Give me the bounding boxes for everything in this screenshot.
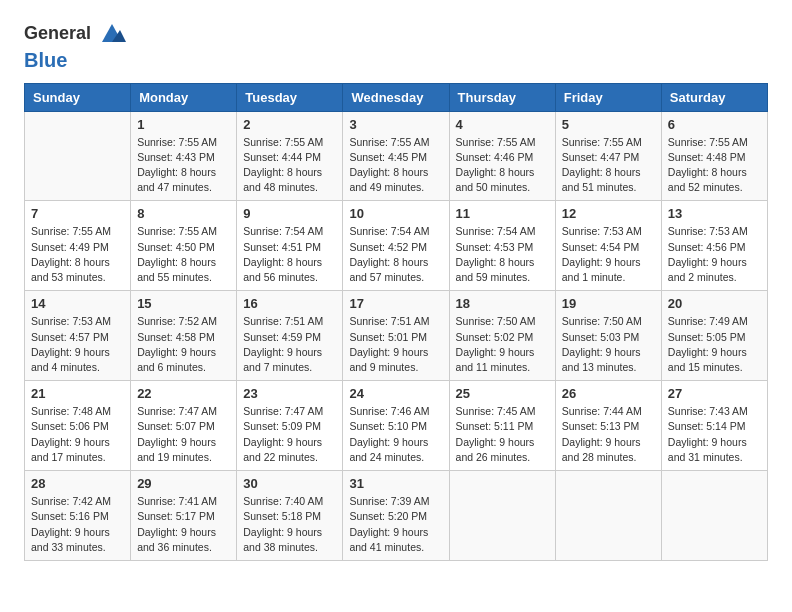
logo-line2: Blue	[24, 49, 67, 71]
day-content: Sunrise: 7:47 AM Sunset: 5:07 PM Dayligh…	[137, 404, 230, 465]
day-number: 12	[562, 206, 655, 221]
calendar-cell	[555, 471, 661, 561]
day-number: 22	[137, 386, 230, 401]
day-number: 26	[562, 386, 655, 401]
calendar-cell: 2Sunrise: 7:55 AM Sunset: 4:44 PM Daylig…	[237, 111, 343, 201]
calendar-cell: 4Sunrise: 7:55 AM Sunset: 4:46 PM Daylig…	[449, 111, 555, 201]
day-content: Sunrise: 7:43 AM Sunset: 5:14 PM Dayligh…	[668, 404, 761, 465]
calendar-cell	[25, 111, 131, 201]
calendar-cell: 6Sunrise: 7:55 AM Sunset: 4:48 PM Daylig…	[661, 111, 767, 201]
day-number: 29	[137, 476, 230, 491]
day-content: Sunrise: 7:54 AM Sunset: 4:51 PM Dayligh…	[243, 224, 336, 285]
day-content: Sunrise: 7:55 AM Sunset: 4:43 PM Dayligh…	[137, 135, 230, 196]
calendar-cell: 7Sunrise: 7:55 AM Sunset: 4:49 PM Daylig…	[25, 201, 131, 291]
day-content: Sunrise: 7:54 AM Sunset: 4:53 PM Dayligh…	[456, 224, 549, 285]
day-number: 2	[243, 117, 336, 132]
day-content: Sunrise: 7:45 AM Sunset: 5:11 PM Dayligh…	[456, 404, 549, 465]
day-number: 3	[349, 117, 442, 132]
day-content: Sunrise: 7:41 AM Sunset: 5:17 PM Dayligh…	[137, 494, 230, 555]
calendar-cell: 22Sunrise: 7:47 AM Sunset: 5:07 PM Dayli…	[131, 381, 237, 471]
day-number: 25	[456, 386, 549, 401]
calendar-cell: 14Sunrise: 7:53 AM Sunset: 4:57 PM Dayli…	[25, 291, 131, 381]
day-content: Sunrise: 7:55 AM Sunset: 4:49 PM Dayligh…	[31, 224, 124, 285]
day-content: Sunrise: 7:52 AM Sunset: 4:58 PM Dayligh…	[137, 314, 230, 375]
day-number: 10	[349, 206, 442, 221]
day-number: 19	[562, 296, 655, 311]
day-number: 27	[668, 386, 761, 401]
day-content: Sunrise: 7:51 AM Sunset: 5:01 PM Dayligh…	[349, 314, 442, 375]
calendar-week-4: 21Sunrise: 7:48 AM Sunset: 5:06 PM Dayli…	[25, 381, 768, 471]
header-friday: Friday	[555, 83, 661, 111]
day-number: 9	[243, 206, 336, 221]
calendar-cell	[449, 471, 555, 561]
day-content: Sunrise: 7:50 AM Sunset: 5:02 PM Dayligh…	[456, 314, 549, 375]
calendar-cell: 3Sunrise: 7:55 AM Sunset: 4:45 PM Daylig…	[343, 111, 449, 201]
day-content: Sunrise: 7:55 AM Sunset: 4:50 PM Dayligh…	[137, 224, 230, 285]
calendar-cell: 24Sunrise: 7:46 AM Sunset: 5:10 PM Dayli…	[343, 381, 449, 471]
day-content: Sunrise: 7:54 AM Sunset: 4:52 PM Dayligh…	[349, 224, 442, 285]
day-content: Sunrise: 7:48 AM Sunset: 5:06 PM Dayligh…	[31, 404, 124, 465]
day-number: 20	[668, 296, 761, 311]
day-content: Sunrise: 7:40 AM Sunset: 5:18 PM Dayligh…	[243, 494, 336, 555]
day-content: Sunrise: 7:49 AM Sunset: 5:05 PM Dayligh…	[668, 314, 761, 375]
calendar-week-5: 28Sunrise: 7:42 AM Sunset: 5:16 PM Dayli…	[25, 471, 768, 561]
calendar-cell: 18Sunrise: 7:50 AM Sunset: 5:02 PM Dayli…	[449, 291, 555, 381]
day-content: Sunrise: 7:51 AM Sunset: 4:59 PM Dayligh…	[243, 314, 336, 375]
calendar-cell: 26Sunrise: 7:44 AM Sunset: 5:13 PM Dayli…	[555, 381, 661, 471]
calendar-cell: 13Sunrise: 7:53 AM Sunset: 4:56 PM Dayli…	[661, 201, 767, 291]
calendar-cell: 8Sunrise: 7:55 AM Sunset: 4:50 PM Daylig…	[131, 201, 237, 291]
header-wednesday: Wednesday	[343, 83, 449, 111]
calendar-cell: 28Sunrise: 7:42 AM Sunset: 5:16 PM Dayli…	[25, 471, 131, 561]
day-number: 21	[31, 386, 124, 401]
day-content: Sunrise: 7:55 AM Sunset: 4:45 PM Dayligh…	[349, 135, 442, 196]
day-number: 30	[243, 476, 336, 491]
day-content: Sunrise: 7:50 AM Sunset: 5:03 PM Dayligh…	[562, 314, 655, 375]
calendar-header-row: SundayMondayTuesdayWednesdayThursdayFrid…	[25, 83, 768, 111]
calendar-cell	[661, 471, 767, 561]
day-content: Sunrise: 7:55 AM Sunset: 4:44 PM Dayligh…	[243, 135, 336, 196]
day-number: 16	[243, 296, 336, 311]
calendar-cell: 29Sunrise: 7:41 AM Sunset: 5:17 PM Dayli…	[131, 471, 237, 561]
day-number: 4	[456, 117, 549, 132]
day-number: 23	[243, 386, 336, 401]
day-content: Sunrise: 7:55 AM Sunset: 4:48 PM Dayligh…	[668, 135, 761, 196]
day-number: 14	[31, 296, 124, 311]
calendar-cell: 10Sunrise: 7:54 AM Sunset: 4:52 PM Dayli…	[343, 201, 449, 291]
day-number: 15	[137, 296, 230, 311]
day-number: 1	[137, 117, 230, 132]
calendar-week-2: 7Sunrise: 7:55 AM Sunset: 4:49 PM Daylig…	[25, 201, 768, 291]
calendar-cell: 30Sunrise: 7:40 AM Sunset: 5:18 PM Dayli…	[237, 471, 343, 561]
day-content: Sunrise: 7:53 AM Sunset: 4:57 PM Dayligh…	[31, 314, 124, 375]
day-content: Sunrise: 7:39 AM Sunset: 5:20 PM Dayligh…	[349, 494, 442, 555]
day-content: Sunrise: 7:53 AM Sunset: 4:54 PM Dayligh…	[562, 224, 655, 285]
calendar-cell: 1Sunrise: 7:55 AM Sunset: 4:43 PM Daylig…	[131, 111, 237, 201]
calendar-cell: 5Sunrise: 7:55 AM Sunset: 4:47 PM Daylig…	[555, 111, 661, 201]
calendar-cell: 21Sunrise: 7:48 AM Sunset: 5:06 PM Dayli…	[25, 381, 131, 471]
calendar-cell: 15Sunrise: 7:52 AM Sunset: 4:58 PM Dayli…	[131, 291, 237, 381]
logo: General Blue	[24, 20, 126, 73]
calendar-cell: 19Sunrise: 7:50 AM Sunset: 5:03 PM Dayli…	[555, 291, 661, 381]
day-content: Sunrise: 7:44 AM Sunset: 5:13 PM Dayligh…	[562, 404, 655, 465]
page-header: General Blue	[24, 20, 768, 73]
day-number: 6	[668, 117, 761, 132]
calendar-week-3: 14Sunrise: 7:53 AM Sunset: 4:57 PM Dayli…	[25, 291, 768, 381]
day-number: 11	[456, 206, 549, 221]
calendar-cell: 31Sunrise: 7:39 AM Sunset: 5:20 PM Dayli…	[343, 471, 449, 561]
header-sunday: Sunday	[25, 83, 131, 111]
day-number: 31	[349, 476, 442, 491]
calendar-cell: 20Sunrise: 7:49 AM Sunset: 5:05 PM Dayli…	[661, 291, 767, 381]
day-content: Sunrise: 7:42 AM Sunset: 5:16 PM Dayligh…	[31, 494, 124, 555]
day-number: 13	[668, 206, 761, 221]
day-content: Sunrise: 7:55 AM Sunset: 4:47 PM Dayligh…	[562, 135, 655, 196]
calendar-cell: 25Sunrise: 7:45 AM Sunset: 5:11 PM Dayli…	[449, 381, 555, 471]
calendar-cell: 17Sunrise: 7:51 AM Sunset: 5:01 PM Dayli…	[343, 291, 449, 381]
day-number: 28	[31, 476, 124, 491]
calendar-cell: 27Sunrise: 7:43 AM Sunset: 5:14 PM Dayli…	[661, 381, 767, 471]
header-thursday: Thursday	[449, 83, 555, 111]
logo-line1: General	[24, 23, 91, 43]
header-saturday: Saturday	[661, 83, 767, 111]
day-content: Sunrise: 7:55 AM Sunset: 4:46 PM Dayligh…	[456, 135, 549, 196]
day-number: 18	[456, 296, 549, 311]
day-number: 17	[349, 296, 442, 311]
calendar-table: SundayMondayTuesdayWednesdayThursdayFrid…	[24, 83, 768, 561]
